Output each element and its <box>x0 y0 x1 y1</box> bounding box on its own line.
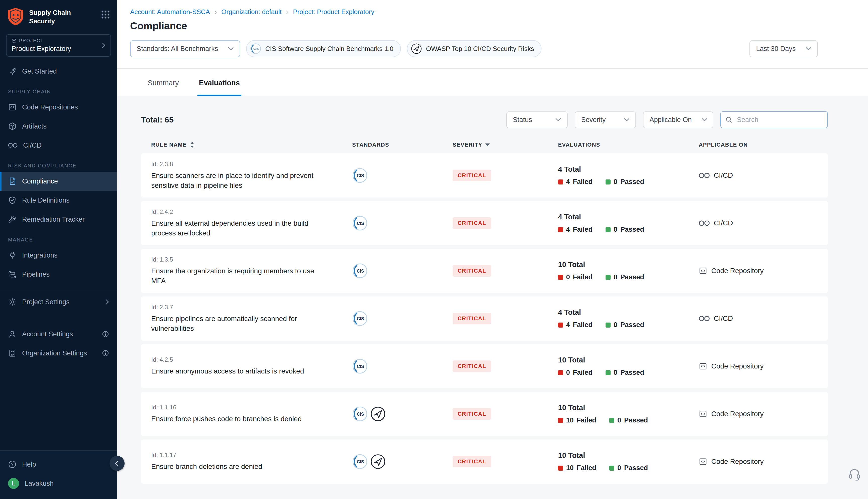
severity-cell: CRITICAL <box>453 456 558 467</box>
owasp-icon <box>411 43 422 54</box>
severity-badge: CRITICAL <box>453 361 491 372</box>
passed-label: Passed <box>620 273 644 281</box>
evaluations-cell: 10 Total 0 Failed 0 Passed <box>558 356 699 377</box>
sidebar-item-help[interactable]: Help <box>0 455 117 474</box>
breadcrumb-project[interactable]: Project: Product Exploratory <box>293 8 374 16</box>
sidebar-item-pipelines[interactable]: Pipelines <box>0 265 117 284</box>
shield-logo-icon <box>7 7 24 26</box>
column-standards: STANDARDS <box>352 142 453 148</box>
total-value: 10 <box>558 356 566 364</box>
search-icon <box>725 116 732 123</box>
sidebar-item-label: Organization Settings <box>22 349 87 357</box>
infinity-icon <box>699 172 710 179</box>
table-row[interactable]: Id: 2.3.7 Ensure pipelines are automatic… <box>141 296 828 341</box>
applicable-on-filter-dropdown[interactable]: Applicable On <box>643 111 713 128</box>
sidebar-collapse-handle[interactable] <box>109 456 124 471</box>
avatar: L <box>8 478 19 489</box>
breadcrumb-organization[interactable]: Organization: default <box>221 8 281 16</box>
app-title-line1: Supply Chain <box>29 9 96 17</box>
severity-badge: CRITICAL <box>453 217 491 229</box>
app-logo-row: Supply Chain Security <box>0 0 117 31</box>
passed-indicator <box>605 322 611 328</box>
table-toolbar: Total: 65 Status Severity Applicable On <box>141 111 828 128</box>
sidebar-item-compliance[interactable]: Compliance <box>0 172 117 191</box>
failed-indicator <box>558 418 563 423</box>
table-row[interactable]: Id: 1.1.17 Ensure branch deletions are d… <box>141 439 828 484</box>
chevron-down-icon <box>806 47 811 50</box>
chevron-down-icon <box>702 118 707 121</box>
sidebar-item-get-started[interactable]: Get Started <box>0 62 117 81</box>
support-button[interactable] <box>848 468 861 481</box>
sidebar-item-account-settings[interactable]: Account Settings <box>0 325 117 344</box>
info-icon <box>102 331 109 338</box>
severity-filter-label: Severity <box>581 116 606 124</box>
breadcrumb-account[interactable]: Account: Automation-SSCA <box>130 8 210 16</box>
sidebar-item-organization-settings[interactable]: Organization Settings <box>0 344 117 363</box>
chip-label: CIS Software Supply Chain Benchmarks 1.0 <box>265 45 393 53</box>
sidebar-section-supply-chain: SUPPLY CHAIN <box>0 81 117 98</box>
status-filter-dropdown[interactable]: Status <box>506 111 568 128</box>
evaluations-cell: 10 Total 0 Failed 0 Passed <box>558 260 699 281</box>
table-filters: Status Severity Applicable On <box>506 111 828 128</box>
tab-evaluations[interactable]: Evaluations <box>197 79 241 96</box>
sidebar-item-integrations[interactable]: Integrations <box>0 246 117 265</box>
rocket-icon <box>8 67 16 75</box>
chip-owasp-top10[interactable]: OWASP Top 10 CI/CD Security Risks <box>407 40 542 57</box>
user-menu[interactable]: L Lavakush <box>0 474 117 493</box>
sidebar-item-project-settings[interactable]: Project Settings <box>0 292 117 312</box>
sidebar-item-artifacts[interactable]: Artifacts <box>0 117 117 136</box>
column-rule-name[interactable]: RULE NAME <box>151 141 352 148</box>
sidebar-item-remediation-tracker[interactable]: Remediation Tracker <box>0 210 117 229</box>
total-value: 4 <box>558 308 562 316</box>
passed-label: Passed <box>624 464 648 472</box>
rule-id: Id: 2.3.8 <box>151 161 352 168</box>
failed-label: Failed <box>577 416 596 424</box>
failed-indicator <box>558 466 563 471</box>
standards-cell <box>352 263 453 279</box>
sidebar-divider <box>0 290 117 290</box>
table-row[interactable]: Id: 4.2.5 Ensure anonymous access to art… <box>141 344 828 388</box>
table-row[interactable]: Id: 1.3.5 Ensure the organization is req… <box>141 249 828 293</box>
pipeline-icon <box>8 270 16 279</box>
standards-cell <box>352 215 453 231</box>
sidebar-item-cicd[interactable]: CI/CD <box>0 136 117 155</box>
applicable-on-label: Code Repository <box>711 458 764 466</box>
sidebar-item-label: Get Started <box>22 68 57 75</box>
severity-filter-dropdown[interactable]: Severity <box>575 111 636 128</box>
sidebar-item-label: Integrations <box>22 252 58 259</box>
app-title: Supply Chain Security <box>29 7 96 26</box>
date-range-dropdown[interactable]: Last 30 Days <box>749 40 818 57</box>
rule-cell: Id: 4.2.5 Ensure anonymous access to art… <box>151 356 352 376</box>
failed-label: Failed <box>573 226 592 233</box>
passed-value: 0 <box>617 464 621 472</box>
table-row[interactable]: Id: 2.4.2 Ensure all external dependenci… <box>141 201 828 245</box>
table-row[interactable]: Id: 2.3.8 Ensure scanners are in place t… <box>141 153 828 197</box>
apps-grid-icon[interactable] <box>101 10 110 19</box>
infinity-icon <box>699 316 710 321</box>
sidebar-item-code-repositories[interactable]: Code Repositories <box>0 98 117 117</box>
applicable-on-cell: CI/CD <box>699 219 828 227</box>
rule-name: Ensure scanners are in place to identify… <box>151 171 322 190</box>
search-input[interactable] <box>720 111 828 128</box>
total-label: Total <box>564 308 581 316</box>
chip-cis-benchmarks[interactable]: CIS Software Supply Chain Benchmarks 1.0 <box>246 40 401 57</box>
rule-cell: Id: 1.1.16 Ensure force pushes code to b… <box>151 404 352 424</box>
severity-badge: CRITICAL <box>453 408 491 420</box>
main-content: Account: Automation-SSCA › Organization:… <box>117 0 868 499</box>
standards-filter-dropdown[interactable]: Standards: All Benchmarks <box>130 40 240 57</box>
column-severity[interactable]: SEVERITY <box>453 142 558 148</box>
failed-label: Failed <box>573 273 592 281</box>
code-repository-icon <box>699 410 707 418</box>
column-label: RULE NAME <box>151 142 187 148</box>
failed-value: 0 <box>566 369 570 377</box>
failed-indicator <box>558 227 563 232</box>
sidebar-item-rule-definitions[interactable]: Rule Definitions <box>0 191 117 210</box>
project-selector[interactable]: PROJECT Product Exploratory <box>6 34 111 57</box>
cis-logo-icon <box>352 168 368 183</box>
building-icon <box>8 349 16 357</box>
passed-indicator <box>605 370 611 375</box>
cis-logo-icon <box>352 406 368 422</box>
tab-summary[interactable]: Summary <box>146 79 180 96</box>
table-row[interactable]: Id: 1.1.16 Ensure force pushes code to b… <box>141 392 828 436</box>
headset-icon <box>848 468 861 481</box>
